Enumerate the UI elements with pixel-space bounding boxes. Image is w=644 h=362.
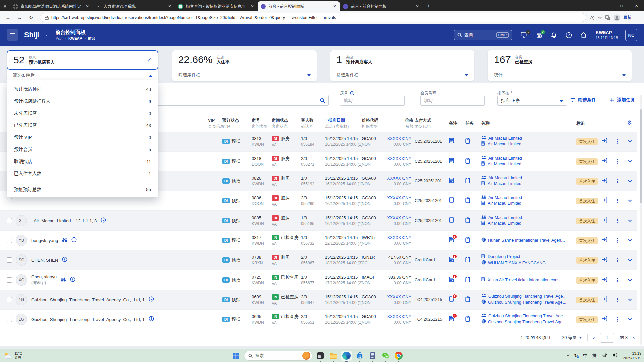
browser-tab[interactable]: 前台 - 前台控制面板✕ — [340, 1, 423, 11]
back-icon[interactable]: ← — [3, 13, 13, 22]
room-number[interactable]: 0605 — [252, 314, 272, 319]
tasks-cell[interactable] — [465, 197, 481, 204]
more-actions-icon[interactable]: ⋮ — [615, 198, 620, 204]
dropdown-item[interactable]: 取消抵店11 — [7, 156, 158, 168]
tasks-cell[interactable] — [465, 138, 481, 145]
tab-close-icon[interactable]: ✕ — [332, 4, 337, 9]
linked-profile[interactable]: Guizhou Shunjing Tiancheng Travel Age... — [481, 313, 576, 319]
linked-profile[interactable]: Air Macau Limited — [481, 156, 576, 161]
tasks-cell[interactable] — [465, 277, 481, 284]
guest-name[interactable]: Guizhou_Shunjing_Tiancheng_Travel_Agency… — [31, 317, 145, 322]
notes-cell[interactable]: 2 — [449, 316, 465, 323]
cashier-icon[interactable]: ✓ — [536, 32, 542, 38]
dropdown-item[interactable]: 未分房抵店0 — [7, 107, 158, 119]
taskbar-clock[interactable]: 13:19 2025/12/15 — [623, 351, 641, 361]
row-checkbox[interactable] — [7, 297, 12, 302]
dropdown-item[interactable]: 已入住客人数1 — [7, 168, 158, 180]
stat-card-2[interactable]: 22.66%在店入住率筛选条件栏 — [172, 50, 317, 81]
sort-by-select[interactable]: 抵店 正序 — [497, 96, 567, 106]
info-icon[interactable] — [70, 277, 75, 282]
maximize-button[interactable]: □ — [614, 0, 629, 11]
hidden-icons-chevron-icon[interactable]: ^ — [567, 353, 569, 358]
ime-language-indicator[interactable]: 中 — [583, 353, 587, 359]
edge-icon[interactable] — [341, 351, 352, 361]
favorite-star-icon[interactable]: ☆ — [598, 15, 602, 20]
browser-tab[interactable]: 前台 - 前台控制面板✕ — [258, 1, 340, 11]
linked-profile[interactable]: Air Macau Limited — [481, 221, 576, 227]
chrome-icon[interactable] — [394, 351, 404, 361]
devices-icon[interactable] — [602, 353, 607, 359]
tab-close-icon[interactable]: ✕ — [250, 4, 255, 9]
read-aloud-icon[interactable]: A) — [590, 15, 595, 20]
expand-row-icon[interactable] — [628, 316, 632, 322]
browser-tab[interactable]: S人力资源管理系统✕ — [93, 1, 175, 11]
row-checkbox[interactable] — [7, 238, 12, 243]
stat-filter-toggle[interactable]: 筛选条件栏 — [172, 69, 317, 80]
browser-tab[interactable]: 贵阳机场智选假日酒店系统网址导✕ — [10, 1, 93, 11]
minimize-button[interactable]: ─ — [599, 0, 614, 11]
info-icon[interactable] — [149, 316, 154, 321]
browser-profile-avatar[interactable] — [613, 14, 620, 21]
notes-cell[interactable] — [449, 138, 465, 145]
room-number[interactable]: 0817 — [252, 235, 272, 240]
close-button[interactable]: ✕ — [629, 0, 644, 11]
row-checkbox[interactable] — [7, 257, 12, 263]
guest-name[interactable]: CHEN, SHEN — [31, 258, 58, 263]
dropdown-item[interactable]: 预计会员5 — [7, 143, 158, 156]
linked-profile[interactable]: Xi 'an Air Travel ticket information con… — [481, 277, 576, 283]
expand-row-icon[interactable] — [628, 178, 632, 184]
column-header[interactable]: 房间状态客房状态 — [272, 118, 301, 129]
stat-filter-toggle[interactable]: 筛选条件栏 — [7, 70, 158, 81]
room-number[interactable]: 0826 — [252, 176, 272, 181]
guest-search-input[interactable] — [148, 95, 329, 106]
linked-profile[interactable]: Air Macau Limited — [481, 175, 576, 181]
notes-cell[interactable] — [449, 217, 465, 224]
breadcrumb-property[interactable]: KWEAP — [68, 36, 82, 41]
column-header[interactable]: 关联 — [481, 121, 576, 127]
linked-profile[interactable]: Air Macau Limited — [481, 195, 576, 201]
tasks-cell[interactable] — [465, 237, 481, 244]
check-in-button[interactable] — [602, 158, 607, 165]
browser-tab[interactable]: 旅客查询 - 紫楠旅馆业治安信息管✕ — [175, 1, 258, 11]
tab-close-icon[interactable]: ✕ — [85, 4, 90, 9]
more-actions-icon[interactable]: ⋮ — [615, 237, 620, 244]
breadcrumb-frontdesk[interactable]: 前台 — [88, 36, 95, 41]
info-icon[interactable] — [149, 296, 154, 302]
info-icon[interactable] — [71, 237, 77, 242]
check-in-button[interactable] — [602, 138, 607, 145]
notes-cell[interactable] — [449, 178, 465, 184]
tab-close-icon[interactable]: ✕ — [415, 4, 420, 9]
linked-profile[interactable]: Guizhou Shunjing Tiancheng Travel Age... — [481, 319, 576, 325]
notes-cell[interactable]: 2 — [449, 296, 465, 303]
breadcrumb-hotel[interactable]: 酒店 — [55, 36, 63, 41]
linked-profile[interactable]: Air Macau Limited — [481, 136, 576, 141]
tasks-cell[interactable] — [465, 257, 481, 264]
refresh-icon[interactable]: ↻ — [26, 13, 36, 22]
column-header[interactable]: 备注 — [449, 121, 465, 127]
dropdown-item[interactable]: 预计 VIP0 — [7, 131, 158, 143]
address-bar[interactable]: https://cn1.web.ep.shiji.world/individua… — [40, 13, 586, 22]
profile-label[interactable]: 最新 — [624, 15, 632, 20]
stat-card-4[interactable]: 167客房已检查房统计 — [488, 50, 632, 81]
forward-icon[interactable]: → — [15, 13, 24, 22]
column-settings-gear-icon[interactable]: ⚙ — [627, 119, 632, 126]
wechat-icon[interactable] — [381, 351, 391, 361]
expand-row-icon[interactable] — [628, 277, 632, 283]
check-in-button[interactable] — [602, 316, 607, 323]
browser-menu-icon[interactable]: ⋯ — [635, 15, 640, 20]
help-icon[interactable]: ? — [566, 32, 572, 38]
more-actions-icon[interactable]: ⋮ — [615, 297, 620, 303]
linked-profile[interactable]: Air Macau Limited — [481, 215, 576, 221]
linked-profile[interactable]: Air Macau Limited — [481, 181, 576, 187]
expand-row-icon[interactable] — [628, 198, 632, 204]
expand-row-icon[interactable] — [628, 158, 632, 164]
back-arrow-icon[interactable]: ← — [45, 32, 51, 38]
member-number-input[interactable]: 填写 — [420, 96, 485, 106]
more-actions-icon[interactable]: ⋮ — [615, 158, 620, 165]
column-header[interactable]: 支付方式团队代码 — [415, 118, 449, 129]
property-block[interactable]: KWEAP 15 12月 13:18 — [596, 30, 618, 40]
linked-profile[interactable]: Guizhou Shunjing Tiancheng Travel Age... — [481, 294, 576, 299]
column-header[interactable]: 标识 — [576, 121, 602, 127]
row-checkbox[interactable] — [7, 277, 12, 283]
notes-cell[interactable]: 1 — [449, 257, 465, 263]
